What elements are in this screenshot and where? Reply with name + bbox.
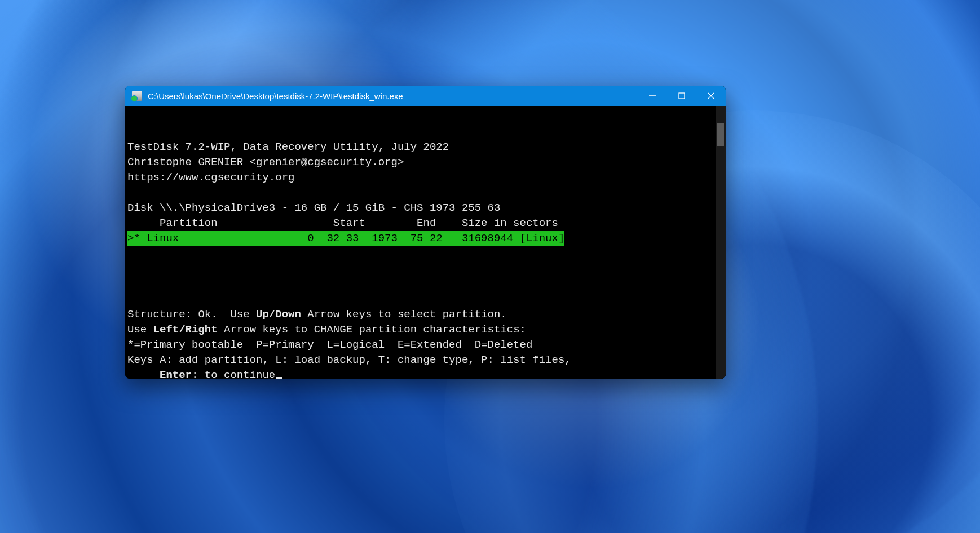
close-icon	[707, 92, 715, 100]
cursor	[276, 377, 282, 379]
minimize-button[interactable]	[638, 86, 667, 106]
help-enter-prefix	[127, 369, 160, 379]
maximize-button[interactable]	[667, 86, 696, 106]
help-leftright: Left/Right	[153, 323, 218, 336]
window-title: C:\Users\lukas\OneDrive\Desktop\testdisk…	[148, 91, 403, 101]
header-line-1: TestDisk 7.2-WIP, Data Recovery Utility,…	[127, 141, 449, 153]
terminal-window: C:\Users\lukas\OneDrive\Desktop\testdisk…	[125, 86, 726, 379]
help-use-prefix: Use	[127, 323, 153, 336]
maximize-icon	[678, 92, 686, 100]
minimize-icon	[648, 92, 656, 100]
terminal-body[interactable]: TestDisk 7.2-WIP, Data Recovery Utility,…	[125, 106, 726, 379]
disk-info: Disk \\.\PhysicalDrive3 - 16 GB / 15 GiB…	[127, 202, 500, 214]
header-line-2: Christophe GRENIER <grenier@cgsecurity.o…	[127, 156, 404, 168]
help-legend: *=Primary bootable P=Primary L=Logical E…	[127, 339, 532, 351]
titlebar[interactable]: C:\Users\lukas\OneDrive\Desktop\testdisk…	[125, 86, 726, 106]
help-enter: Enter	[160, 369, 192, 379]
terminal-content: TestDisk 7.2-WIP, Data Recovery Utility,…	[125, 140, 726, 379]
header-line-3: https://www.cgsecurity.org	[127, 171, 294, 184]
help-structure-suffix: Arrow keys to select partition.	[301, 308, 507, 321]
help-use-suffix: Arrow keys to CHANGE partition character…	[218, 323, 526, 336]
app-icon	[132, 91, 142, 101]
scrollbar-thumb[interactable]	[717, 123, 724, 146]
svg-rect-1	[679, 93, 685, 99]
close-button[interactable]	[696, 86, 726, 106]
help-keys: Keys A: add partition, L: load backup, T…	[127, 354, 571, 366]
partition-columns: Partition Start End Size in sectors	[127, 217, 558, 229]
partition-row-selected[interactable]: >* Linux 0 32 33 1973 75 22 31698944 [Li…	[127, 231, 564, 246]
scrollbar-track[interactable]	[716, 106, 726, 379]
help-structure-prefix: Structure: Ok. Use	[127, 308, 256, 321]
help-enter-suffix: : to continue	[192, 369, 275, 379]
help-updown: Up/Down	[256, 308, 301, 321]
